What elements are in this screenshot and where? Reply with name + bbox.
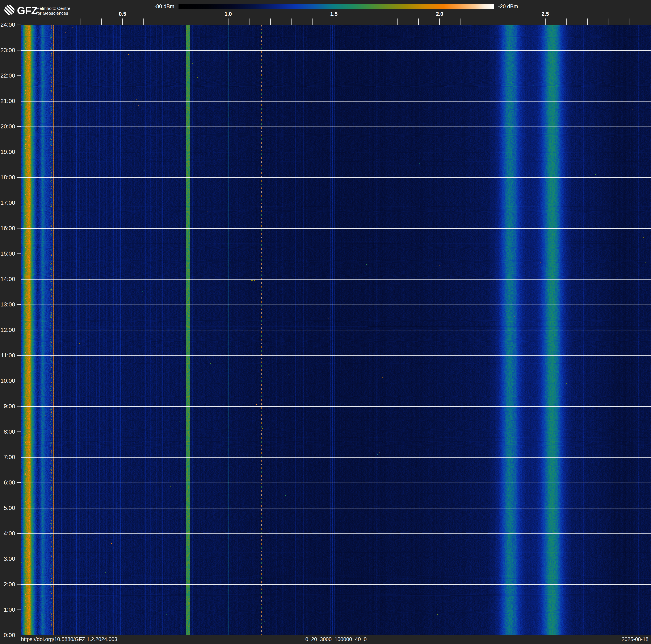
y-axis-tick <box>17 50 21 51</box>
y-axis-tick <box>17 508 21 508</box>
y-axis-time-label: 2:00 <box>0 581 15 588</box>
y-axis-time-label: 24:00 <box>0 22 15 28</box>
y-axis-tick <box>17 432 21 432</box>
x-axis-tick <box>122 19 123 25</box>
y-axis-time-label: 9:00 <box>0 403 15 410</box>
y-axis-tick <box>17 457 21 457</box>
colorbar-min-label: -80 dBm <box>128 4 174 9</box>
x-axis-tick <box>291 19 292 25</box>
org-name-line2: for Geosciences <box>36 11 70 16</box>
y-axis-tick <box>17 482 21 483</box>
x-axis-tick-label: 2.0 <box>430 11 449 17</box>
y-axis-time-label: 20:00 <box>0 123 15 130</box>
x-axis-tick <box>376 19 376 25</box>
y-axis-tick <box>17 330 21 330</box>
y-axis-tick <box>17 304 21 305</box>
gfz-logo-icon <box>4 5 15 15</box>
y-axis-tick <box>17 228 21 229</box>
y-axis-time-label: 16:00 <box>0 225 15 232</box>
y-axis-tick <box>17 610 21 610</box>
org-name-line1: Helmholtz Centre <box>36 6 70 11</box>
x-axis-tick <box>524 19 524 25</box>
y-axis-time-label: 0:00 <box>0 632 15 639</box>
y-axis-tick <box>17 584 21 585</box>
colorbar-gradient <box>179 4 494 9</box>
x-axis-tick <box>207 19 207 25</box>
y-axis-time-label: 3:00 <box>0 556 15 562</box>
y-axis-time-label: 8:00 <box>0 428 15 435</box>
spectrogram-page: GFZ Helmholtz Centre for Geosciences -80… <box>0 0 651 644</box>
y-axis-tick <box>17 177 21 178</box>
y-axis-time-label: 19:00 <box>0 149 15 155</box>
y-axis-tick <box>17 203 21 203</box>
y-axis-time-label: 6:00 <box>0 479 15 486</box>
org-abbreviation: GFZ <box>17 5 37 17</box>
x-axis-tick <box>165 19 165 25</box>
x-axis-tick <box>270 19 271 25</box>
x-axis-tick <box>461 19 461 25</box>
y-axis-time-label: 7:00 <box>0 454 15 461</box>
x-axis-tick <box>144 19 144 25</box>
date-label: 2025-08-18 <box>546 636 649 642</box>
y-axis-time-label: 23:00 <box>0 47 15 54</box>
y-axis-tick <box>17 406 21 407</box>
x-axis-tick <box>397 19 398 25</box>
y-axis-tick <box>17 101 21 101</box>
y-axis-time-label: 12:00 <box>0 327 15 333</box>
y-axis-time-label: 14:00 <box>0 276 15 283</box>
y-axis-time-label: 11:00 <box>0 352 15 359</box>
y-axis-time-label: 22:00 <box>0 72 15 79</box>
y-axis-tick <box>17 355 21 356</box>
y-axis-tick <box>17 279 21 279</box>
y-axis-time-label: 18:00 <box>0 174 15 181</box>
y-axis-tick <box>17 126 21 127</box>
x-axis-tick <box>334 19 334 25</box>
y-axis-time-label: 13:00 <box>0 301 15 308</box>
spectrogram-canvas <box>21 25 651 635</box>
x-axis-tick-label: 1.0 <box>219 11 238 17</box>
x-axis-tick <box>503 19 503 25</box>
x-axis-tick <box>312 19 313 25</box>
x-axis-tick <box>439 19 440 25</box>
x-axis-tick <box>186 19 186 25</box>
x-axis-tick <box>59 19 59 25</box>
x-axis-tick <box>609 19 609 25</box>
x-axis-tick <box>80 19 81 25</box>
x-axis-tick <box>38 19 38 25</box>
y-axis-tick <box>17 152 21 152</box>
y-axis-tick <box>17 533 21 534</box>
x-axis-tick <box>249 19 249 25</box>
x-axis-tick <box>482 19 482 25</box>
org-name: Helmholtz Centre for Geosciences <box>36 6 70 16</box>
y-axis-time-label: 5:00 <box>0 505 15 511</box>
y-axis-time-label: 10:00 <box>0 378 15 384</box>
y-axis-tick <box>17 25 21 25</box>
x-axis-tick <box>629 19 630 25</box>
y-axis-time-label: 1:00 <box>0 606 15 613</box>
x-axis-tick <box>101 19 102 25</box>
x-axis-tick <box>587 19 588 25</box>
y-axis-tick <box>17 381 21 381</box>
x-axis-tick-label: 1.5 <box>324 11 343 17</box>
x-axis-tick <box>566 19 566 25</box>
y-axis-time-label: 15:00 <box>0 250 15 257</box>
y-axis-tick <box>17 254 21 254</box>
x-axis-tick-label: 2.5 <box>536 11 555 17</box>
x-axis-tick <box>545 19 546 25</box>
y-axis-time-label: 17:00 <box>0 200 15 206</box>
x-axis-tick <box>228 19 228 25</box>
y-axis-time-label: 4:00 <box>0 530 15 537</box>
colorbar-max-label: -20 dBm <box>498 4 518 9</box>
y-axis-tick <box>17 559 21 559</box>
y-axis-tick <box>17 76 21 76</box>
x-axis-tick <box>418 19 419 25</box>
x-axis-tick <box>355 19 355 25</box>
y-axis-time-label: 21:00 <box>0 98 15 105</box>
y-axis-tick <box>17 635 21 635</box>
x-axis-tick-label: 0.5 <box>113 11 132 17</box>
